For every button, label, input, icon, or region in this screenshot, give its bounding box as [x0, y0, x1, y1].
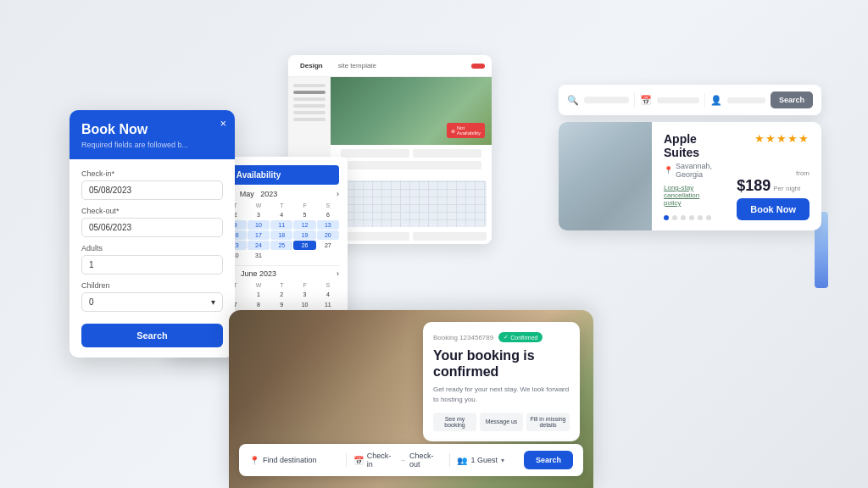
- dot-4[interactable]: [689, 215, 694, 220]
- sidebar-item-5[interactable]: [293, 111, 326, 114]
- template-form-row-1: [336, 149, 487, 161]
- guests-search[interactable]: 👥 1 Guest ▾: [457, 456, 517, 465]
- cancellation-policy[interactable]: Long-stay cancellation policy: [664, 184, 713, 207]
- location-search[interactable]: 📍 Find destination: [249, 456, 339, 465]
- template-map: [336, 180, 487, 227]
- checkout-label-search: Check-out: [409, 452, 443, 469]
- guests-icon: 👥: [457, 456, 467, 465]
- adults-input[interactable]: 1: [81, 255, 223, 274]
- dates-search[interactable]: 📅 Check-in → Check-out: [353, 452, 443, 469]
- image-carousel-dots: [664, 215, 713, 220]
- hotel-card-content: Apple Suites 📍 Savannah, Georgia Long-st…: [559, 122, 821, 230]
- search-bar-divider-1: [346, 453, 347, 467]
- design-tab[interactable]: Design: [295, 60, 328, 71]
- template-input-2[interactable]: [341, 161, 481, 169]
- hotel-price-block: from $189 Per night Book Now: [737, 169, 810, 220]
- dot-3[interactable]: [681, 215, 686, 220]
- search-bar: 🔍 📅 👤 Search: [559, 85, 821, 115]
- template-select-2[interactable]: [413, 232, 487, 241]
- booking-search-bar: 📍 Find destination 📅 Check-in → Check-ou…: [239, 444, 583, 476]
- template-content: ⊗ NotAvailability: [331, 77, 492, 244]
- next-month-icon[interactable]: ›: [337, 190, 339, 198]
- children-label: Children: [81, 281, 223, 290]
- booking-meta: Booking 123456789 ✓ Confirmed: [433, 332, 570, 342]
- confirmed-label: Confirmed: [510, 335, 537, 341]
- booking-actions: See my booking Message us Fill in missin…: [433, 413, 570, 431]
- hotel-card: Apple Suites 📍 Savannah, Georgia Long-st…: [559, 122, 821, 230]
- template-topbar: Design site template: [288, 55, 492, 77]
- hotel-name: Apple Suites: [664, 132, 713, 159]
- modal-subtitle: Required fields are followed b...: [81, 141, 223, 149]
- message-us-button[interactable]: Message us: [480, 413, 523, 431]
- template-hero-image: ⊗ NotAvailability: [331, 77, 492, 145]
- template-select-1[interactable]: [413, 149, 481, 158]
- booking-confirmation-widget: Booking 123456789 ✓ Confirmed Your booki…: [229, 310, 593, 488]
- location-pin-icon: 📍: [664, 166, 673, 175]
- x-icon: ⊗: [451, 128, 455, 134]
- dot-6[interactable]: [706, 215, 711, 220]
- calendar-icon-small: 📅: [353, 456, 364, 465]
- booking-confirmation-card: Booking 123456789 ✓ Confirmed Your booki…: [423, 322, 580, 441]
- template-red-button[interactable]: [471, 64, 485, 69]
- bottom-search-button[interactable]: Search: [524, 451, 573, 469]
- sidebar-item-1[interactable]: [293, 84, 326, 87]
- checkout-input[interactable]: 05/06/2023: [81, 218, 223, 237]
- dot-5[interactable]: [698, 215, 703, 220]
- children-select[interactable]: 0 ▾: [81, 292, 223, 312]
- sidebar-item-4[interactable]: [293, 104, 326, 108]
- see-booking-button[interactable]: See my booking: [433, 413, 476, 431]
- chevron-down-icon: ▾: [501, 457, 504, 464]
- location-icon: 📍: [249, 456, 259, 465]
- next-month-2-icon[interactable]: ›: [337, 269, 339, 278]
- site-template-tab[interactable]: site template: [333, 60, 381, 71]
- destination-input[interactable]: [584, 97, 629, 103]
- close-icon[interactable]: ×: [220, 117, 226, 130]
- guests-input[interactable]: [727, 97, 765, 103]
- checkin-input[interactable]: 05/08/2023: [81, 180, 223, 200]
- checkin-label: Check-in*: [81, 169, 223, 178]
- template-form-row-2: [336, 161, 487, 173]
- modal-title: Book Now: [81, 122, 223, 137]
- adults-label: Adults: [81, 244, 223, 252]
- from-label: from: [737, 169, 810, 177]
- booking-title: Your booking is confirmed: [433, 347, 570, 380]
- template-input-1[interactable]: [341, 149, 409, 158]
- may-month-label: May 2023: [240, 190, 278, 198]
- search-divider-1: [634, 93, 635, 107]
- dot-2[interactable]: [672, 215, 677, 220]
- confirmed-badge: ✓ Confirmed: [498, 332, 542, 342]
- search-button[interactable]: Search: [81, 324, 223, 347]
- per-night-label: Per night: [773, 185, 800, 192]
- search-bar-divider-2: [449, 453, 450, 467]
- not-available-text: NotAvailability: [457, 125, 481, 136]
- sidebar-item-2[interactable]: [293, 91, 326, 94]
- template-form-row-3: [331, 232, 492, 244]
- chevron-down-icon: ▾: [211, 297, 215, 307]
- hotel-price: $189: [737, 177, 771, 195]
- guests-count: 1 Guest: [470, 456, 498, 464]
- arrow-icon: →: [399, 457, 406, 464]
- hotel-image-overlay: [559, 122, 652, 230]
- calendar-icon: 📅: [640, 95, 652, 106]
- modal-body: Check-in* 05/08/2023 Check-out* 05/06/20…: [70, 159, 235, 358]
- date-range-input[interactable]: [657, 97, 699, 103]
- dot-1[interactable]: [664, 215, 669, 220]
- hotel-location: 📍 Savannah, Georgia: [664, 162, 713, 179]
- booking-subtitle: Get ready for your next stay. We look fo…: [433, 385, 570, 403]
- book-now-modal: × Book Now Required fields are followed …: [70, 110, 235, 358]
- book-now-header: × Book Now Required fields are followed …: [70, 110, 235, 159]
- fill-details-button[interactable]: Fill in missing details: [526, 413, 570, 431]
- search-icon: 🔍: [567, 95, 579, 106]
- hotel-search-widget: 🔍 📅 👤 Search Apple Suites 📍 Savannah, Ge…: [559, 85, 821, 230]
- not-available-badge: ⊗ NotAvailability: [447, 123, 485, 138]
- sidebar-item-3[interactable]: [293, 97, 326, 101]
- search-divider-2: [704, 93, 705, 107]
- hotel-image: [559, 122, 652, 230]
- hotel-info: Apple Suites 📍 Savannah, Georgia Long-st…: [652, 122, 725, 230]
- june-month-label: June 2023: [241, 269, 276, 278]
- search-button-top[interactable]: Search: [771, 92, 813, 108]
- people-icon: 👤: [710, 95, 722, 106]
- sidebar-item-6[interactable]: [293, 118, 326, 121]
- book-now-button[interactable]: Book Now: [737, 198, 810, 220]
- check-icon: ✓: [504, 334, 509, 341]
